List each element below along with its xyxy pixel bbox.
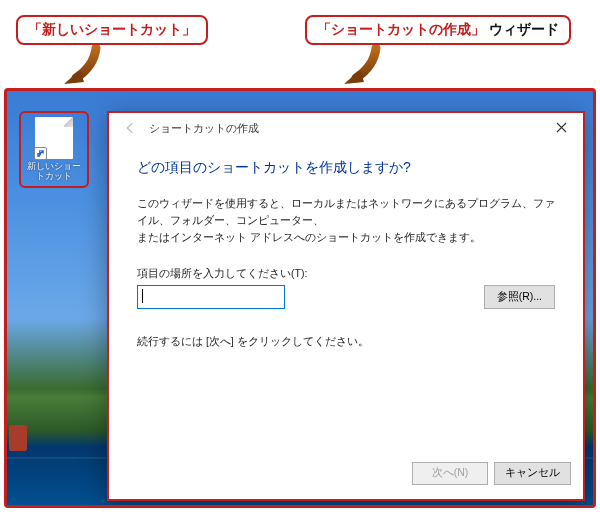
shortcut-overlay-icon [34,147,47,160]
close-icon [556,122,567,133]
callout-right-red: 「ショートカットの作成」 [317,21,485,37]
callout-left-text: 「新しいショートカット」 [28,21,196,37]
wizard-titlebar[interactable]: ショートカットの作成 [109,113,583,143]
desktop-shortcut[interactable]: 新しいショートカット [19,111,89,188]
arrow-left-icon [50,44,110,94]
back-arrow-icon [119,117,141,139]
location-input[interactable] [137,285,285,309]
wizard-heading: どの項目のショートカットを作成しますか? [137,159,555,177]
wizard-title: ショートカットの作成 [149,121,259,136]
desktop-shortcut-highlight: 新しいショートカット [19,111,89,188]
arrow-right-icon [330,44,390,94]
scenery-structure [9,425,27,451]
location-field-row: 参照(R)... [137,285,555,309]
cancel-button[interactable]: キャンセル [494,462,571,485]
text-caret [142,289,143,303]
wizard-body: どの項目のショートカットを作成しますか? このウィザードを使用すると、ローカルま… [109,143,583,457]
wizard-description-line1: このウィザードを使用すると、ローカルまたはネットワークにあるプログラム、ファイル… [137,197,555,226]
browse-button[interactable]: 参照(R)... [484,285,555,309]
create-shortcut-wizard: ショートカットの作成 どの項目のショートカットを作成しますか? このウィザードを… [107,111,585,501]
next-button[interactable]: 次へ(N) [412,462,488,485]
desktop-shortcut-label: 新しいショートカット [23,161,85,183]
blank-file-icon [35,117,73,159]
wizard-description: このウィザードを使用すると、ローカルまたはネットワークにあるプログラム、ファイル… [137,195,555,245]
callout-right-suffix: ウィザード [485,21,559,37]
wizard-description-line2: またはインターネット アドレスへのショートカットを作成できます。 [137,231,481,243]
wizard-hint: 続行するには [次へ] をクリックしてください。 [137,335,555,349]
location-field-label: 項目の場所を入力してください(T): [137,267,555,281]
callout-left: 「新しいショートカット」 [16,15,208,45]
close-button[interactable] [543,116,579,138]
wizard-footer: 次へ(N) キャンセル [109,457,583,499]
desktop: 新しいショートカット ショートカットの作成 どの項目のショートカットを作成します… [4,88,596,508]
location-input-wrap [137,285,476,309]
callout-right: 「ショートカットの作成」 ウィザード [305,15,571,45]
